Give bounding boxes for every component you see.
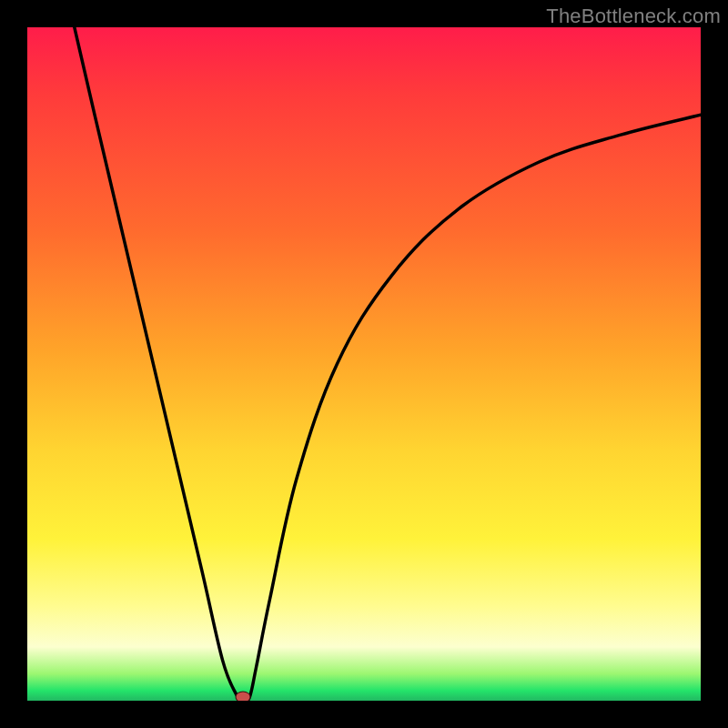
chart-frame: TheBottleneck.com	[0, 0, 728, 728]
plot-area	[27, 27, 701, 701]
bottleneck-curve	[27, 27, 701, 701]
optimum-marker	[235, 692, 250, 701]
watermark-text: TheBottleneck.com	[546, 5, 721, 28]
